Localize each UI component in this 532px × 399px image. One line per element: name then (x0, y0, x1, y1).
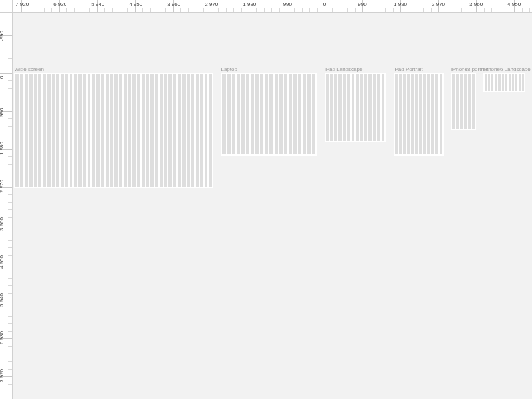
grid-column (61, 74, 64, 187)
artboard-label[interactable]: Laptop (221, 66, 237, 72)
grid-column (427, 74, 430, 154)
ruler-label: -5 940 (90, 1, 105, 7)
grid-column (415, 74, 418, 154)
grid-column (293, 74, 297, 154)
grid-column (352, 74, 354, 141)
ruler-label: 6 930 (0, 331, 5, 344)
grid-column (187, 74, 190, 187)
grid-column (269, 74, 273, 154)
grid-column (110, 74, 114, 187)
grid-column (168, 74, 172, 187)
ruler-label: 1 980 (394, 1, 407, 7)
grid-column (338, 74, 341, 141)
vertical-ruler[interactable]: -99009901 9802 9703 9604 9505 9406 9307 … (0, 12, 13, 399)
artboard-label[interactable]: Wide screen (14, 66, 43, 72)
artboard[interactable] (221, 73, 317, 156)
grid-column (78, 74, 82, 187)
grid-column (200, 74, 203, 187)
grid-column (260, 74, 263, 154)
grid-column (241, 74, 245, 154)
artboard[interactable] (451, 73, 475, 130)
grid-column (246, 74, 249, 154)
grid-column (284, 74, 287, 154)
grid-column (377, 74, 380, 141)
grid-column (232, 74, 235, 154)
grid-column (399, 74, 402, 154)
artboard-label[interactable]: iPad Portrait (394, 66, 423, 72)
grid-column (146, 74, 150, 187)
ruler-label: 4 950 (507, 1, 521, 7)
grid-column (364, 74, 367, 141)
ruler-label: 3 960 (0, 217, 5, 231)
grid-column (460, 74, 463, 129)
grid-column (160, 74, 163, 187)
ruler-label: 990 (0, 108, 5, 117)
artboard[interactable] (394, 73, 444, 156)
ruler-label: 5 940 (0, 293, 5, 307)
grid-column (334, 74, 337, 141)
grid-column (38, 74, 41, 187)
artboard-label[interactable]: iPhone6 Landscape (483, 66, 531, 72)
grid-column (472, 74, 475, 129)
grid-column (452, 74, 455, 129)
grid-column (222, 74, 225, 154)
ruler-label: 7 920 (0, 369, 5, 382)
grid-column (512, 74, 514, 91)
ruler-label: -3 960 (166, 1, 181, 7)
grid-column (395, 74, 398, 154)
grid-column (330, 74, 332, 141)
grid-column (34, 74, 37, 187)
grid-column (403, 74, 406, 154)
grid-column (343, 74, 346, 141)
grid-column (227, 74, 231, 154)
grid-column (182, 74, 186, 187)
grid-column (440, 74, 442, 154)
grid-column (407, 74, 410, 154)
grid-column (209, 74, 212, 187)
grid-column (196, 74, 199, 187)
grid-column (164, 74, 168, 187)
ruler-label: -4 950 (128, 1, 143, 7)
grid-column (275, 74, 278, 154)
horizontal-ruler[interactable]: -7 920-6 930-5 940-4 950-3 960-2 970-1 9… (12, 0, 532, 13)
grid-column (124, 74, 127, 187)
grid-column (298, 74, 301, 154)
ruler-corner (0, 0, 13, 13)
grid-column (382, 74, 384, 141)
grid-column (74, 74, 77, 187)
grid-column (468, 74, 471, 129)
grid-column (464, 74, 467, 129)
grid-column (20, 74, 23, 187)
artboard-label[interactable]: iPad Landscape (325, 66, 362, 72)
artboard[interactable] (483, 73, 525, 92)
ruler-label: 2 970 (432, 1, 445, 7)
grid-column (411, 74, 414, 154)
grid-column (368, 74, 371, 141)
grid-column (251, 74, 254, 154)
grid-column (312, 74, 315, 154)
grid-column (522, 74, 524, 91)
grid-column (255, 74, 259, 154)
grid-column (29, 74, 33, 187)
grid-column (515, 74, 517, 91)
grid-column (65, 74, 68, 187)
grid-column (47, 74, 51, 187)
ruler-label: 990 (358, 1, 366, 7)
grid-column (52, 74, 55, 187)
ruler-label: -1 980 (241, 1, 257, 7)
ruler-label: -6 930 (51, 1, 66, 7)
grid-column (423, 74, 426, 154)
grid-column (502, 74, 504, 91)
ruler-label: 0 (323, 1, 326, 7)
ruler-label: 3 960 (469, 1, 483, 7)
grid-column (519, 74, 521, 91)
grid-column (106, 74, 109, 187)
grid-column (279, 74, 283, 154)
grid-column (326, 74, 329, 141)
design-canvas[interactable]: Wide screenLaptopiPad LandscapeiPad Port… (12, 12, 532, 399)
grid-column (92, 74, 95, 187)
artboard[interactable] (14, 73, 213, 188)
grid-column (70, 74, 73, 187)
grid-column (155, 74, 158, 187)
artboard[interactable] (325, 73, 386, 142)
